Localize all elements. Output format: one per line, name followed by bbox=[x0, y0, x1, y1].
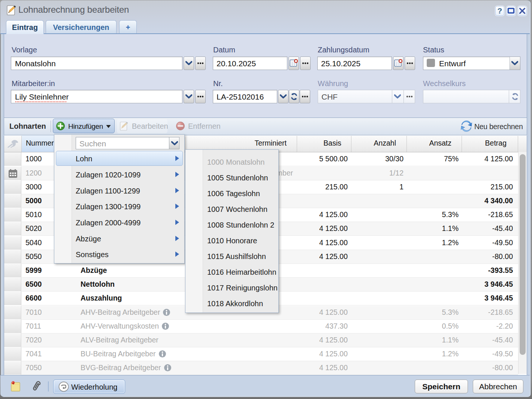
svg-text:?: ? bbox=[498, 6, 502, 15]
